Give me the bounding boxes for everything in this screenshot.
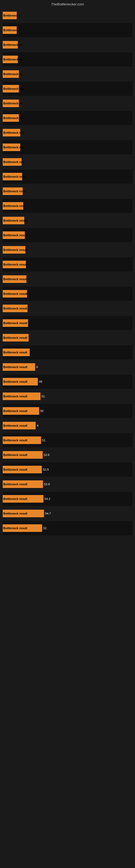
bar-label: Bottleneck result	[3, 468, 27, 471]
bar: Bottleneck resu	[3, 202, 23, 210]
bar: Bottleneck result	[3, 393, 41, 400]
bar-label: Bottleneck result	[3, 219, 27, 222]
bar-wrapper: Bottleneck res	[3, 140, 132, 154]
bar-value: 51.	[42, 439, 135, 442]
bar-label: Bottleneck result	[3, 439, 27, 442]
bar: Bottleneck resu	[3, 173, 22, 180]
bar: Bottleneck result	[3, 510, 44, 517]
bar-row: Bottleneck resu	[3, 199, 132, 213]
bar-label: Bottleneck result	[3, 453, 27, 457]
bar: Bottleneck result	[3, 524, 42, 532]
bar: Bottleneck result	[3, 348, 30, 356]
bar-wrapper: Bottleneck result	[3, 257, 132, 272]
bar: Bottleneck result	[3, 495, 43, 503]
bar-row: Bottleneck result53.6	[3, 448, 132, 462]
bar-wrapper: Bottleneck result4	[3, 418, 132, 433]
bar-label: Bottleneck re	[3, 58, 22, 61]
bar-row: Bottleneck result	[3, 243, 132, 257]
bar-value: 52.9	[43, 468, 135, 471]
bar-wrapper: Bottleneck res	[3, 126, 132, 140]
bar-wrapper: Bottleneck result51.	[3, 433, 132, 447]
bar-wrapper: Bottleneck result54.2	[3, 492, 132, 506]
bar-row: Bottleneck result49	[3, 375, 132, 389]
bar-value: 50	[40, 409, 135, 412]
bar-row: Bottleneck result4	[3, 360, 132, 374]
bar: Bottleneck result	[3, 231, 25, 239]
bar-label: Bottleneck re	[3, 72, 22, 76]
bar-wrapper: Bottleneck re	[3, 67, 132, 81]
bar-wrapper: Bottleneck result52.9	[3, 463, 132, 476]
bar-label: Bottleneck resu	[3, 175, 26, 178]
bar-row: Bottleneck result54.7	[3, 506, 132, 521]
bar-wrapper: Bottleneck result	[3, 214, 132, 227]
bar-label: Bottleneck result	[3, 395, 27, 398]
bar-label: Bottleneck res	[3, 160, 24, 163]
bar-value: 54.7	[45, 512, 135, 515]
bar-wrapper: Bottleneck result53.8	[3, 477, 132, 491]
bar: Bottleneck result	[3, 334, 29, 341]
bar-wrapper: Bottleneck result	[3, 316, 132, 330]
bar-label: Bottleneck result	[3, 483, 27, 486]
bar-wrapper: Bottleneck re	[3, 96, 132, 111]
bar-label: Bottleneck result	[3, 424, 27, 427]
bar: Bottleneck res	[3, 85, 19, 93]
bar-value: 49	[39, 380, 135, 383]
bar-label: Bottleneck result	[3, 292, 27, 296]
site-title: TheBottlenecker.com	[51, 2, 84, 6]
bar-wrapper: Bottleneck result	[3, 301, 132, 315]
bar-row: Bottleneck res	[3, 155, 132, 169]
bar-wrapper: Bottleneck res	[3, 82, 132, 96]
bar-label: Bottleneck r	[3, 14, 20, 17]
bar: Bottleneck result	[3, 305, 28, 312]
bar: Bottleneck r	[3, 12, 17, 19]
bar-value: 53.8	[44, 483, 135, 486]
bar-row: Bottleneck result	[3, 331, 132, 345]
bar: Bottleneck re	[3, 114, 19, 122]
bar-wrapper: Bottleneck result54.7	[3, 506, 132, 521]
bar: Bottleneck result	[3, 261, 26, 268]
bar-row: Bottleneck re	[3, 111, 132, 125]
bar: Bottleneck re	[3, 56, 18, 63]
bar: Bottleneck result	[3, 466, 42, 473]
bar-wrapper: Bottleneck result49	[3, 375, 132, 389]
bar-label: Bottleneck res	[3, 146, 24, 149]
bar: Bottleneck result	[3, 363, 35, 371]
bar-row: Bottleneck re	[3, 38, 132, 52]
bar-wrapper: Bottleneck result	[3, 331, 132, 345]
bar-label: Bottleneck result	[3, 365, 27, 369]
bar-row: Bottleneck r	[3, 23, 132, 37]
bar: Bottleneck res	[3, 158, 21, 166]
bar-label: Bottleneck result	[3, 321, 27, 325]
bar: Bottleneck result	[3, 319, 28, 327]
site-header: TheBottlenecker.com	[0, 0, 135, 7]
bar-wrapper: Bottleneck result	[3, 272, 132, 286]
bar-row: Bottleneck result	[3, 272, 132, 286]
bar-label: Bottleneck r	[3, 29, 20, 32]
bar-label: Bottleneck re	[3, 43, 22, 46]
chart-container: Bottleneck rBottleneck rBottleneck reBot…	[0, 7, 135, 537]
bar-wrapper: Bottleneck re	[3, 52, 132, 66]
bar: Bottleneck r	[3, 26, 17, 34]
bar-wrapper: Bottleneck result	[3, 287, 132, 301]
bar-wrapper: Bottleneck resu	[3, 184, 132, 198]
bar-row: Bottleneck res	[3, 82, 132, 96]
bar-wrapper: Bottleneck result51.	[3, 389, 132, 403]
bar: Bottleneck result	[3, 407, 39, 415]
bar-label: Bottleneck result	[3, 527, 27, 530]
bar-row: Bottleneck result54.2	[3, 492, 132, 506]
bar: Bottleneck result	[3, 378, 38, 385]
bar-row: Bottleneck result	[3, 345, 132, 360]
bar: Bottleneck re	[3, 41, 18, 49]
bar-label: Bottleneck re	[3, 102, 22, 105]
bar-wrapper: Bottleneck result	[3, 243, 132, 257]
bar-label: Bottleneck result	[3, 234, 27, 237]
bar-label: Bottleneck result	[3, 248, 27, 251]
bar-value: 4	[36, 365, 135, 369]
bar-value: 54.2	[45, 497, 135, 500]
bar-label: Bottleneck result	[3, 409, 27, 412]
bar-wrapper: Bottleneck resu	[3, 199, 132, 213]
bar: Bottleneck res	[3, 144, 20, 151]
bar-wrapper: Bottleneck result52.	[3, 521, 132, 535]
bar-row: Bottleneck result52.9	[3, 463, 132, 476]
bar-wrapper: Bottleneck result50	[3, 404, 132, 418]
